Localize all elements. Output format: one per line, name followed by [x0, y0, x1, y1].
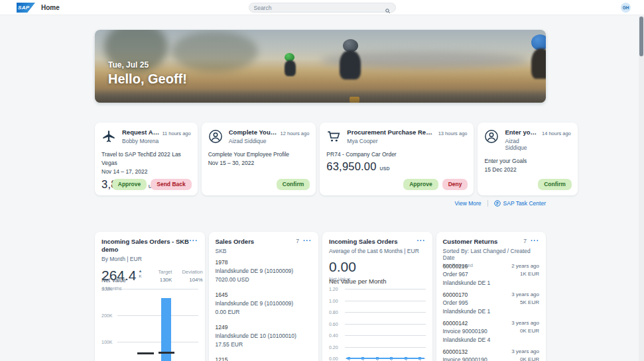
approve-button[interactable]: Approve	[112, 179, 147, 190]
task-card-purchase-requisition[interactable]: Procurement Purchase Requisition Mya Coo…	[320, 123, 474, 195]
task-card-request-approval[interactable]: Request Approval Bobby Morena 11 hours a…	[95, 123, 198, 195]
tile-subtitle: By Month | EUR	[101, 256, 198, 262]
tile-incoming-sales-orders-skb[interactable]: Incoming Sales Orders - SKB demo ··· By …	[95, 232, 205, 361]
return-item[interactable]: 600001323 years ago Invoice 900001900K E…	[443, 348, 540, 361]
task-person: Aizad Siddique	[505, 138, 539, 151]
order-amount: 7020.00 USD	[216, 276, 312, 284]
tile-customer-returns[interactable]: Customer Returns 7 ··· Sorted By: Last C…	[436, 232, 547, 361]
shopping-cart-icon	[326, 129, 341, 144]
return-amount: 0K EUR	[520, 327, 539, 335]
task-line1: PR74 - Company Car Order	[326, 150, 467, 159]
sap-task-center-link[interactable]: SAP Task Center	[494, 200, 546, 207]
gridline	[117, 342, 198, 342]
hero-kid-blue-helmet	[531, 34, 546, 79]
task-person: Bobby Morena	[122, 138, 159, 144]
return-item[interactable]: 600001423 years ago Invoice 900001900K E…	[443, 319, 540, 344]
order-id: 1215	[216, 356, 312, 361]
gridline	[117, 289, 198, 289]
sales-order-item[interactable]: 1645 Inlandskunde DE 9 (10100009) 0.00 E…	[216, 291, 312, 316]
task-links-row: View More SAP Task Center	[455, 200, 546, 207]
return-item[interactable]: 600002162 years ago Order 9671K EUR Inla…	[443, 262, 540, 287]
order-amount: 17.55 EUR	[216, 340, 312, 349]
return-id: 60000132	[443, 348, 468, 356]
scrollbar-thumb[interactable]	[639, 17, 643, 56]
sales-order-item[interactable]: 1249 Inlandskunde DE 10 (10100010) 17.55…	[216, 323, 312, 348]
overflow-menu-icon[interactable]: ···	[531, 238, 539, 244]
task-line1: Enter your Goals	[484, 157, 570, 166]
currency-label: USD	[379, 166, 389, 171]
order-id: 1645	[216, 291, 312, 299]
return-age: 3 years ago	[511, 348, 539, 356]
return-id: 60000216	[443, 262, 468, 270]
tile3-line	[346, 358, 424, 359]
return-id: 60000170	[443, 291, 468, 299]
gridline	[345, 324, 426, 325]
deny-button[interactable]: Deny	[442, 179, 468, 190]
tile-sales-orders[interactable]: Sales Orders 7 ··· SKB 1978 Inlandskunde…	[209, 232, 319, 361]
y-tick-label: 100K	[101, 340, 112, 344]
task-line2: 15 Dec 2022	[484, 166, 570, 174]
page-title: Home	[41, 4, 60, 11]
y-tick-label: 0.00	[329, 356, 338, 361]
send-back-button[interactable]: Send Back	[151, 179, 191, 190]
tile-title: Incoming Sales Orders	[329, 238, 417, 246]
return-id: 60000142	[443, 319, 468, 327]
task-amount: 63,950.00 USD	[326, 160, 467, 173]
vertical-scrollbar[interactable]	[639, 16, 644, 361]
trend-up-icon: ▲	[139, 269, 143, 274]
user-avatar[interactable]: GH	[621, 3, 631, 13]
search-input[interactable]	[254, 5, 385, 11]
tile-count: 7	[523, 238, 527, 244]
sales-order-item[interactable]: 1978 Inlandskunde DE 9 (10100009) 7020.0…	[216, 258, 312, 284]
search-bar[interactable]	[249, 3, 396, 13]
task-card-enter-goals[interactable]: Enter your Goals Aizad Siddique 14 hours…	[478, 123, 577, 195]
task-center-grid-icon	[494, 200, 501, 207]
chart-title: Net Value per Month	[329, 278, 386, 285]
task-time: 12 hours ago	[281, 130, 310, 136]
approve-button[interactable]: Approve	[403, 179, 438, 190]
tile-subtitle: Average of the Last 6 Months | EUR	[329, 248, 426, 254]
task-person: Aizad Siddique	[229, 138, 278, 144]
task-title: Request Approval	[122, 129, 159, 136]
sales-order-item[interactable]: 1215 Inlandskunde DE 10 (10100010)	[216, 356, 312, 361]
hero-greeting: Hello, Geoff!	[108, 72, 187, 87]
tiles-row: Incoming Sales Orders - SKB demo ··· By …	[95, 232, 546, 361]
kpi-trend-and-scale: ▲ K	[139, 269, 143, 280]
tile-incoming-sales-orders[interactable]: Incoming Sales Orders ··· Average of the…	[322, 232, 432, 361]
gridline	[117, 315, 198, 316]
return-age: 2 years ago	[511, 262, 539, 270]
return-customer: Inlandskunde DE 1	[443, 307, 540, 315]
kpi-scale-label: K	[139, 274, 142, 280]
sap-logo[interactable]: SAP	[17, 3, 35, 13]
customer-name: Inlandskunde DE 9 (10100009)	[216, 267, 312, 276]
tile-subtitle: SKB	[216, 248, 312, 254]
confirm-button[interactable]: Confirm	[538, 179, 572, 190]
overflow-menu-icon[interactable]: ···	[303, 238, 312, 244]
task-cards-row: Request Approval Bobby Morena 11 hours a…	[95, 123, 546, 195]
hero-kid-green-helmet	[285, 53, 296, 76]
return-amount: 0K EUR	[520, 356, 539, 361]
confirm-button[interactable]: Confirm	[277, 179, 310, 190]
overflow-menu-icon[interactable]: ···	[417, 238, 426, 244]
hero-kid-grey-helmet	[343, 39, 361, 79]
overflow-menu-icon[interactable]: ···	[190, 238, 198, 244]
task-card-complete-profile[interactable]: Complete Your Profile Aizad Siddique 12 …	[202, 123, 316, 195]
y-tick-label: 1.20	[329, 287, 338, 291]
order-id: 1978	[216, 258, 312, 267]
return-doc: Order 967	[443, 270, 468, 278]
hero-banner: Tue, Jul 25 Hello, Geoff!	[95, 30, 546, 103]
return-doc: Invoice 90000190	[443, 327, 487, 335]
task-time: 11 hours ago	[162, 130, 190, 136]
return-item[interactable]: 600001703 years ago Order 9955K EUR Inla…	[443, 291, 540, 315]
tile-title: Incoming Sales Orders - SKB demo	[101, 238, 190, 254]
chart-title: Net Value	[101, 277, 126, 284]
customer-name: Inlandskunde DE 9 (10100009)	[216, 299, 312, 308]
tile-title: Customer Returns	[443, 238, 521, 246]
task-person: Mya Cooper	[347, 138, 435, 144]
person-circle-icon	[208, 129, 223, 144]
search-icon[interactable]	[385, 5, 391, 11]
order-amount: 0.00 EUR	[216, 308, 312, 317]
view-more-link[interactable]: View More	[455, 200, 482, 207]
return-amount: 1K EUR	[520, 270, 539, 278]
task-title: Complete Your Profile	[229, 129, 278, 136]
